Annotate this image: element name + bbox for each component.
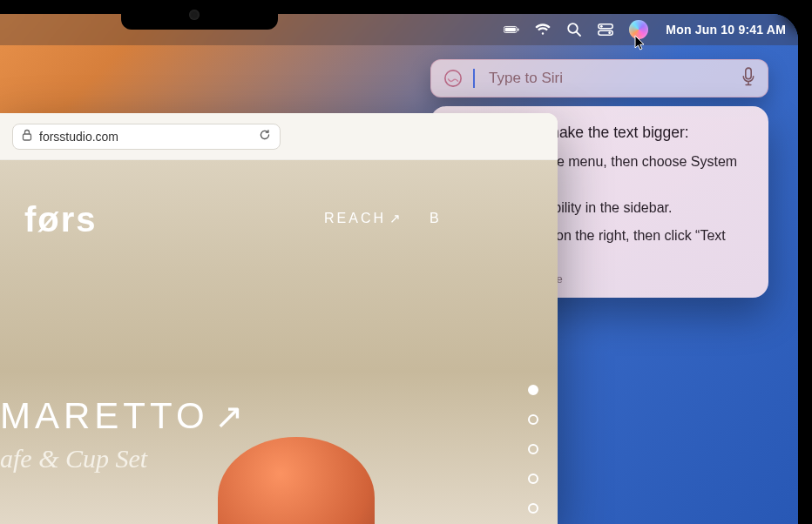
safari-window: forsstudio.com førs REACH↗ B MARETTO↗ af… <box>0 113 558 524</box>
webpage: førs REACH↗ B MARETTO↗ afe & Cup Set <box>0 160 558 524</box>
control-center-icon[interactable] <box>598 22 613 37</box>
site-logo[interactable]: førs <box>24 200 98 239</box>
siri-menubar-icon[interactable] <box>629 20 648 39</box>
carousel-dot[interactable] <box>528 414 538 425</box>
microphone-icon[interactable] <box>741 67 755 91</box>
address-bar-url: forsstudio.com <box>39 130 252 144</box>
nav-link-reach[interactable]: REACH↗ <box>324 211 403 226</box>
menubar: Mon Jun 10 9:41 AM <box>0 14 798 45</box>
svg-line-4 <box>577 32 580 36</box>
text-caret <box>473 69 475 88</box>
reload-icon[interactable] <box>259 129 271 144</box>
svg-rect-2 <box>518 28 518 30</box>
siri-input[interactable]: Type to Siri <box>430 59 768 97</box>
cursor-icon <box>634 36 646 51</box>
camera-icon <box>189 10 200 20</box>
address-bar[interactable]: forsstudio.com <box>12 124 281 150</box>
menubar-datetime[interactable]: Mon Jun 10 9:41 AM <box>666 23 786 37</box>
spotlight-search-icon[interactable] <box>566 22 582 37</box>
siri-input-placeholder: Type to Siri <box>489 70 731 87</box>
carousel-dots <box>528 385 538 514</box>
lock-icon <box>22 129 32 144</box>
svg-point-6 <box>600 25 603 28</box>
product-image <box>218 437 375 524</box>
nav-link-partial[interactable]: B <box>430 211 442 226</box>
svg-point-9 <box>445 71 461 86</box>
wifi-icon[interactable] <box>535 22 551 37</box>
desktop: Mon Jun 10 9:41 AM Type to Siri Here's h… <box>0 14 798 524</box>
device-notch <box>121 0 278 30</box>
hero-subtitle: afe & Cup Set <box>0 444 147 474</box>
svg-rect-11 <box>24 134 31 140</box>
siri-icon <box>443 69 463 88</box>
site-nav: REACH↗ B <box>324 211 442 226</box>
safari-toolbar: forsstudio.com <box>0 113 558 160</box>
carousel-dot[interactable] <box>528 474 538 484</box>
carousel-dot[interactable] <box>528 503 538 514</box>
svg-rect-1 <box>505 28 516 32</box>
battery-icon[interactable] <box>504 22 519 37</box>
hero-title[interactable]: MARETTO↗ <box>0 395 248 437</box>
svg-rect-10 <box>746 68 751 79</box>
svg-point-8 <box>609 31 612 34</box>
carousel-dot[interactable] <box>528 444 538 454</box>
carousel-dot[interactable] <box>528 385 538 395</box>
